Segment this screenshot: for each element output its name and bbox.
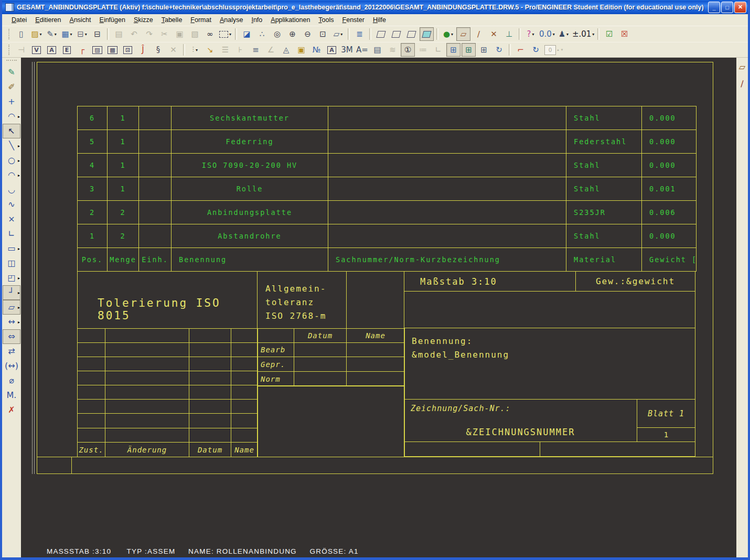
- arrange-dimensions[interactable]: ≡: [249, 43, 263, 57]
- spin-center-flyout[interactable]: ▾: [451, 32, 453, 37]
- balloon-note[interactable]: ①: [401, 43, 415, 57]
- circle-tool[interactable]: ○▸: [3, 153, 20, 168]
- toolbar-grip[interactable]: [6, 60, 17, 63]
- menu-tabelle[interactable]: Tabelle: [157, 15, 187, 25]
- print[interactable]: ⊟: [90, 27, 104, 41]
- select-region-flyout[interactable]: ▸: [18, 276, 20, 281]
- minimize-button[interactable]: _: [708, 2, 720, 13]
- diameter-dimension[interactable]: ⌀: [3, 373, 20, 388]
- drawing-canvas[interactable]: 61SechskantmutterStahl0.00051FederringFe…: [21, 58, 736, 557]
- zoom-selected[interactable]: ◎: [270, 27, 284, 41]
- shaded-display[interactable]: [420, 27, 434, 41]
- save-flyout[interactable]: ▾: [70, 32, 72, 37]
- offset-edge-flyout[interactable]: ▸: [18, 305, 20, 310]
- balloon-count[interactable]: 0▲ ▼: [544, 43, 564, 57]
- insert-aux-view[interactable]: A: [45, 43, 59, 57]
- xsec-fill[interactable]: ▩: [105, 43, 120, 57]
- select-box-flyout[interactable]: ▾: [229, 32, 231, 37]
- attach-leader[interactable]: ↘: [203, 43, 217, 57]
- zoom-out[interactable]: ⊖: [301, 27, 315, 41]
- menu-editieren[interactable]: Editieren: [31, 15, 65, 25]
- menu-analyse[interactable]: Analyse: [216, 15, 247, 25]
- menu-format[interactable]: Format: [186, 15, 216, 25]
- circle-tool-flyout[interactable]: ▸: [18, 158, 20, 163]
- open-file[interactable]: ▨▾: [29, 27, 44, 41]
- menu-ansicht[interactable]: Ansicht: [66, 15, 95, 25]
- dimension-display[interactable]: 0.0▾: [539, 27, 555, 41]
- drawing-models[interactable]: ⌐: [513, 43, 528, 57]
- selection-help[interactable]: ?▾: [523, 27, 538, 41]
- ordinate-dimension[interactable]: ⇄: [3, 344, 20, 359]
- menu-hilfe[interactable]: Hilfe: [369, 15, 390, 25]
- open-file-flyout[interactable]: ▾: [40, 32, 42, 37]
- xsec-hatch[interactable]: ▨: [90, 43, 104, 57]
- spline-tool[interactable]: ∿: [3, 197, 20, 212]
- regenerate-draft[interactable]: ↻: [529, 43, 543, 57]
- display-settings[interactable]: ◪: [240, 27, 254, 41]
- toolbar-grip[interactable]: [8, 45, 12, 55]
- zoom-in[interactable]: ⊕: [285, 27, 299, 41]
- dimension-tool-flyout[interactable]: ▸: [18, 320, 20, 325]
- rectangle-tool-flyout[interactable]: ▸: [18, 246, 20, 251]
- flip-section[interactable]: Ĵ: [136, 43, 150, 57]
- save-as-flyout[interactable]: ▾: [55, 32, 57, 37]
- reference-dim[interactable]: A: [325, 43, 339, 57]
- text-style[interactable]: A=: [355, 43, 369, 57]
- model-tree-display[interactable]: ♟▾: [556, 27, 571, 41]
- print-setup[interactable]: ⊟▾: [75, 27, 89, 41]
- line-tool[interactable]: ╲▸: [3, 138, 20, 153]
- datum-points[interactable]: ✕: [487, 27, 501, 41]
- note-document[interactable]: ▤: [370, 43, 384, 57]
- datum-axes[interactable]: ∕: [472, 27, 486, 41]
- snap-points-flyout[interactable]: ▾: [196, 48, 198, 52]
- lock-view-movement[interactable]: §: [151, 43, 165, 57]
- model-tree-display-flyout[interactable]: ▾: [566, 32, 569, 37]
- close-drawing[interactable]: ☒: [617, 27, 631, 41]
- fillet-tool[interactable]: ◡: [3, 182, 20, 197]
- measure-dimension[interactable]: M.: [3, 388, 20, 403]
- spin-center[interactable]: ●▾: [441, 27, 455, 41]
- close-button[interactable]: ✕: [734, 2, 746, 13]
- repaint[interactable]: ▱▾: [331, 27, 345, 41]
- zoom-window[interactable]: ⊡: [316, 27, 330, 41]
- wireframe-display[interactable]: [374, 27, 388, 41]
- trim-corner[interactable]: ┘▸: [3, 285, 20, 300]
- sketch-chain[interactable]: ┌: [75, 43, 89, 57]
- bom-table[interactable]: 61SechskantmutterStahl0.00051FederringFe…: [77, 106, 697, 272]
- tolerance-display-flyout[interactable]: ▾: [592, 32, 594, 37]
- update-tables[interactable]: ↻: [492, 43, 506, 57]
- sketcher-constraints[interactable]: ✐: [3, 80, 20, 94]
- selection-help-flyout[interactable]: ▾: [532, 32, 534, 37]
- select-region[interactable]: ◰▸: [3, 271, 20, 285]
- offset-edge[interactable]: ▱▸: [3, 300, 20, 315]
- repaint-flyout[interactable]: ▾: [340, 32, 342, 37]
- datum-csys[interactable]: ⊥: [502, 27, 516, 41]
- show-by-folder[interactable]: ▣: [294, 43, 308, 57]
- maximize-button[interactable]: □: [721, 2, 733, 13]
- save[interactable]: ▦▾: [60, 27, 74, 41]
- print-setup-flyout[interactable]: ▾: [85, 32, 87, 37]
- tolerance-display[interactable]: ±.01▾: [572, 27, 595, 41]
- no-hidden-display[interactable]: [404, 27, 419, 41]
- show-annotations[interactable]: ◬: [279, 43, 293, 57]
- select-items[interactable]: ↖: [3, 124, 20, 138]
- toolbar-grip[interactable]: [8, 29, 12, 39]
- delete-dimension[interactable]: ✗: [3, 403, 20, 417]
- rectangle-tool[interactable]: ▭▸: [3, 241, 20, 256]
- arc-tool-flyout[interactable]: ▸: [18, 173, 20, 178]
- hidden-line-display[interactable]: [389, 27, 403, 41]
- modify-table[interactable]: ⊞: [462, 43, 476, 57]
- arc-by-center[interactable]: ◠▸: [3, 109, 20, 124]
- surface-tool[interactable]: ▱: [736, 61, 748, 73]
- point-tool[interactable]: ×: [3, 212, 20, 227]
- accept-changes[interactable]: ☑: [602, 27, 616, 41]
- menu-applikationen[interactable]: Applikationen: [266, 15, 314, 25]
- dim-3m[interactable]: 3M: [340, 43, 354, 57]
- menu-info[interactable]: Info: [247, 15, 266, 25]
- menu-datei[interactable]: Datei: [7, 15, 31, 25]
- datum-planes[interactable]: ▱: [456, 27, 470, 41]
- new-file[interactable]: ▯: [14, 27, 28, 41]
- route-view[interactable]: ∴: [255, 27, 269, 41]
- create-point[interactable]: +: [3, 94, 20, 109]
- reference-dimension[interactable]: (↔): [3, 359, 20, 373]
